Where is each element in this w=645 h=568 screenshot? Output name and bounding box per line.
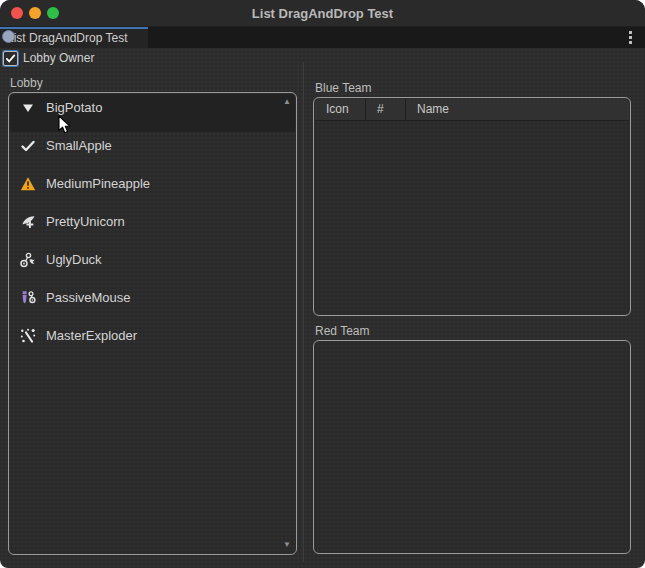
check-icon [5, 53, 16, 64]
blue-team-header-row: Icon # Name [315, 99, 629, 121]
window-menu-button[interactable] [626, 31, 634, 45]
list-item-label: MasterExploder [46, 328, 137, 344]
lobby-owner-label: Lobby Owner [23, 51, 94, 65]
list-item[interactable]: MasterExploder [10, 322, 295, 360]
lobby-owner-checkbox[interactable] [3, 51, 18, 66]
lobby-list-box[interactable]: BigPotato SmallApple [8, 92, 297, 555]
warning-icon [20, 176, 36, 192]
red-team-section-label: Red Team [315, 324, 369, 338]
tab-list-draganddrop-test[interactable]: List DragAndDrop Test [0, 27, 148, 48]
blue-team-drop-box[interactable]: Icon # Name [313, 97, 631, 316]
tie-nodes-icon [20, 290, 36, 306]
column-header-icon[interactable]: Icon [315, 99, 366, 120]
wand-sparkles-icon [20, 328, 36, 344]
list-item[interactable]: PassiveMouse [10, 284, 295, 322]
bone-nodes-claw-icon [20, 252, 36, 268]
triangle-down-icon [20, 100, 36, 116]
list-item-label: PrettyUnicorn [46, 214, 125, 230]
lobby-owner-toggle[interactable]: Lobby Owner [3, 50, 94, 66]
list-item[interactable]: MediumPineapple [10, 170, 295, 208]
scroll-up-arrow[interactable]: ▲ [283, 98, 291, 106]
lobby-section-label: Lobby [10, 76, 43, 90]
column-header-name[interactable]: Name [406, 99, 629, 120]
blue-team-section-label: Blue Team [315, 81, 371, 95]
list-item-label: PassiveMouse [46, 290, 131, 306]
list-item-label: MediumPineapple [46, 176, 150, 192]
list-item-label: SmallApple [46, 138, 112, 154]
red-team-drop-box[interactable] [313, 340, 631, 554]
list-item[interactable]: BigPotato [10, 94, 295, 132]
content-area: Lobby Owner Lobby BigPotato SmallApple [0, 48, 645, 568]
feather-plus-icon [20, 214, 36, 230]
window-title: List DragAndDrop Test [0, 0, 645, 26]
tab-drag-handle-icon [2, 30, 15, 43]
pane-divider [303, 62, 304, 562]
titlebar[interactable]: List DragAndDrop Test [0, 0, 645, 27]
checkmark-icon [20, 138, 36, 154]
tab-label: List DragAndDrop Test [7, 31, 128, 45]
list-item-label: UglyDuck [46, 252, 102, 268]
list-item[interactable]: PrettyUnicorn [10, 208, 295, 246]
list-item[interactable]: UglyDuck [10, 246, 295, 284]
scroll-down-arrow[interactable]: ▼ [283, 541, 291, 549]
app-window: List DragAndDrop Test List DragAndDrop T… [0, 0, 645, 568]
mouse-cursor [58, 115, 72, 139]
tab-bar: List DragAndDrop Test [0, 27, 645, 48]
lobby-list: BigPotato SmallApple [10, 94, 295, 553]
list-item[interactable]: SmallApple [10, 132, 295, 170]
list-item-label: BigPotato [46, 100, 102, 116]
column-header-number[interactable]: # [366, 99, 406, 120]
